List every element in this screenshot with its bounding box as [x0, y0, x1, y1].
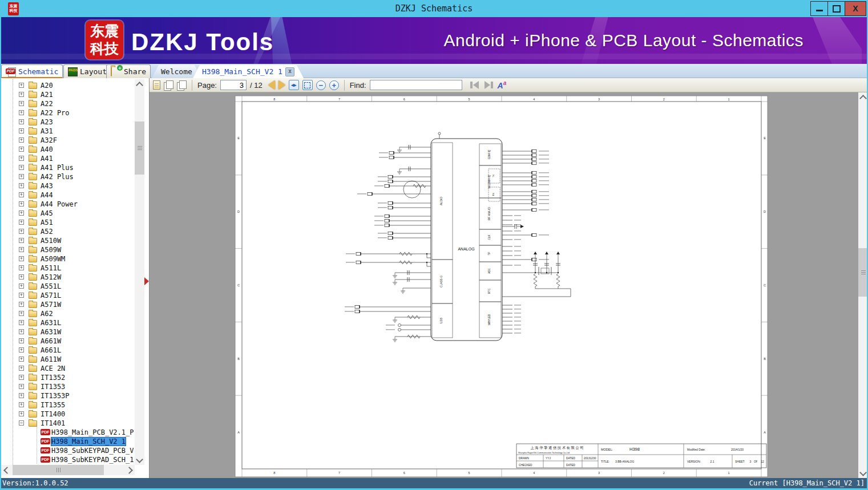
tree-folder-row[interactable]: +A21	[1, 90, 134, 99]
tree-folder-row[interactable]: +A22	[1, 99, 134, 108]
tree-file-row[interactable]: PDFH398_Main_SCH_V2 1	[1, 437, 134, 446]
expand-toggle-icon[interactable]: +	[19, 220, 24, 225]
folder-label[interactable]: A509W	[41, 246, 61, 254]
tree-folder-row[interactable]: +A571W	[1, 300, 134, 309]
folder-label[interactable]: A571W	[41, 301, 61, 309]
expand-toggle-icon[interactable]: +	[19, 265, 24, 270]
tree-folder-row[interactable]: +A52	[1, 227, 134, 236]
find-next-button[interactable]	[483, 81, 494, 90]
folder-label[interactable]: IT1355	[41, 401, 65, 409]
folder-label[interactable]: A631W	[41, 328, 61, 336]
expand-toggle-icon[interactable]: +	[19, 156, 24, 161]
file-label[interactable]: H398_SubKEYPAD_SCH_1_V2.1	[51, 456, 134, 464]
folder-label[interactable]: A32F	[41, 136, 57, 144]
find-input[interactable]	[370, 80, 462, 90]
folder-label[interactable]: A511L	[41, 264, 61, 272]
tree-folder-row[interactable]: +A661W	[1, 337, 134, 346]
expand-toggle-icon[interactable]: +	[19, 347, 24, 353]
tree-folder-row[interactable]: +A512W	[1, 273, 134, 282]
expand-toggle-icon[interactable]: +	[19, 284, 24, 289]
folder-label[interactable]: A661W	[41, 337, 61, 345]
page-layout-icon[interactable]	[153, 80, 160, 90]
folder-label[interactable]: A21	[41, 91, 53, 99]
maximize-button[interactable]	[827, 1, 845, 16]
folder-label[interactable]: A41	[41, 155, 53, 163]
folder-label[interactable]: IT1353P	[41, 392, 70, 400]
scroll-thumb[interactable]	[135, 122, 144, 175]
scroll-down-button[interactable]	[135, 455, 144, 465]
tree-folder-row[interactable]: +A41	[1, 154, 134, 163]
expand-toggle-icon[interactable]: +	[19, 92, 24, 97]
folder-label[interactable]: A43	[41, 182, 53, 190]
tree-folder-row[interactable]: +A661L	[1, 346, 134, 355]
expand-toggle-icon[interactable]: +	[19, 210, 24, 216]
tree-folder-row[interactable]: +A42 Plus	[1, 172, 134, 181]
tree-folder-row[interactable]: +A31	[1, 127, 134, 136]
expand-toggle-icon[interactable]: +	[19, 338, 24, 343]
scroll-up-button[interactable]	[135, 79, 144, 89]
selected-file-label[interactable]: H398_Main_SCH_V2 1	[51, 438, 126, 446]
zoom-out-button[interactable]: −	[316, 80, 326, 90]
expand-toggle-icon[interactable]: +	[19, 274, 24, 280]
tree-folder-row[interactable]: +IT1352	[1, 373, 134, 382]
folder-label[interactable]: A631L	[41, 319, 61, 327]
expand-toggle-icon[interactable]: +	[19, 311, 24, 316]
next-page-button[interactable]	[278, 80, 285, 90]
fit-page-button[interactable]	[302, 80, 313, 90]
expand-toggle-icon[interactable]: +	[19, 192, 24, 197]
tree-folder-row[interactable]: +A44 Power	[1, 200, 134, 209]
tab-close-icon[interactable]: x	[285, 67, 294, 76]
folder-label[interactable]: A512W	[41, 273, 61, 281]
folder-label[interactable]: A22	[41, 100, 53, 108]
expand-toggle-icon[interactable]: +	[19, 137, 24, 143]
folder-label[interactable]: A44	[41, 191, 53, 199]
font-size-icon[interactable]: Aa	[498, 80, 507, 90]
expand-toggle-icon[interactable]: +	[19, 293, 24, 298]
folder-label[interactable]: IT1401	[41, 419, 65, 427]
expand-toggle-icon[interactable]: +	[19, 201, 24, 206]
folder-label[interactable]: A661L	[41, 346, 61, 354]
scroll-thumb[interactable]	[13, 465, 104, 475]
folder-label[interactable]: A611W	[41, 355, 61, 363]
folder-label[interactable]: A42 Plus	[41, 173, 74, 181]
folder-label[interactable]: A62	[41, 310, 53, 318]
expand-toggle-icon[interactable]: +	[19, 83, 24, 88]
expand-toggle-icon[interactable]: +	[19, 110, 24, 115]
expand-toggle-icon[interactable]: +	[19, 128, 24, 133]
tree-folder-row[interactable]: +A571L	[1, 291, 134, 300]
expand-toggle-icon[interactable]: +	[19, 357, 24, 362]
folder-label[interactable]: A20	[41, 82, 53, 90]
tree-folder-row[interactable]: +A22 Pro	[1, 108, 134, 118]
expand-toggle-icon[interactable]: +	[19, 238, 24, 243]
splitter-collapse-arrow[interactable]	[144, 277, 149, 285]
tree-folder-row[interactable]: +A23	[1, 118, 134, 127]
expand-toggle-icon[interactable]: +	[19, 256, 24, 261]
previous-page-button[interactable]	[268, 80, 275, 90]
tree-folder-row[interactable]: +A43	[1, 181, 134, 191]
collapse-toggle-icon[interactable]: −	[19, 420, 24, 426]
expand-toggle-icon[interactable]: +	[19, 393, 24, 398]
zoom-in-button[interactable]: +	[329, 80, 339, 90]
tree-folder-row[interactable]: +A41 Plus	[1, 163, 134, 172]
two-page-view-icon[interactable]	[164, 80, 173, 90]
tree-file-row[interactable]: PDFH398_SubKEYPAD_SCH_1_V2.1	[1, 455, 134, 464]
folder-label[interactable]: A45	[41, 209, 53, 217]
tree-folder-row[interactable]: +A631L	[1, 318, 134, 327]
tree-folder-row[interactable]: +A45	[1, 209, 134, 218]
expand-toggle-icon[interactable]: +	[19, 384, 24, 389]
tree-folder-row[interactable]: +A551L	[1, 282, 134, 291]
tree-folder-row[interactable]: +IT1355	[1, 400, 134, 410]
tree-folder-row[interactable]: +IT1353	[1, 382, 134, 391]
tab-layout[interactable]: PADS Layout	[63, 64, 111, 78]
tree-folder-row[interactable]: +A510W	[1, 236, 134, 245]
minimize-button[interactable]	[810, 1, 828, 16]
folder-label[interactable]: A41 Plus	[41, 164, 74, 172]
folder-label[interactable]: A40	[41, 145, 53, 153]
expand-toggle-icon[interactable]: +	[19, 366, 24, 371]
tree-folder-row[interactable]: +A511L	[1, 264, 134, 273]
tree-folder-row[interactable]: +A62	[1, 309, 134, 318]
tree-folder-row[interactable]: +A631W	[1, 327, 134, 337]
tree-folder-row[interactable]: +A51	[1, 218, 134, 227]
tab-share[interactable]: + Share	[106, 64, 151, 78]
expand-toggle-icon[interactable]: +	[19, 229, 24, 234]
